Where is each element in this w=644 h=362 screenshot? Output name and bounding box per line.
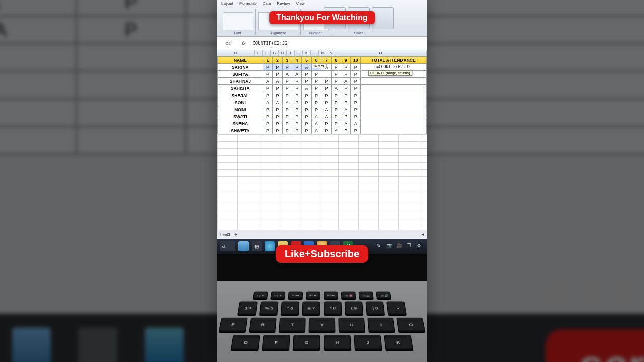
table-row[interactable]: SNEHA PPPPPAPPAA <box>218 120 427 127</box>
banner-like-subscribe: Like+Subscribe <box>276 245 368 263</box>
center-column: Layout Formulas Data Review View Font Al… <box>217 0 427 362</box>
function-tooltip: COUNTIF(range, criteria) <box>368 70 412 76</box>
name-box[interactable]: O2 <box>217 41 239 46</box>
formula-bar[interactable]: O2 fx =COUNTIF(E2:J2 <box>217 36 427 50</box>
table-row[interactable]: SAHISTA PPPPAPPAPP <box>218 85 427 92</box>
sheet-tab-bar[interactable]: heet3 ✚ ◄ <box>217 230 427 239</box>
banner-thankyou: Thankyou For Watching <box>269 11 375 24</box>
fx-icon[interactable]: fx <box>239 41 248 46</box>
tray-pen-icon[interactable]: ✎ <box>376 243 383 250</box>
table-row[interactable]: SHEJAL PPPPPPPPPP <box>218 92 427 99</box>
taskbar-search[interactable]: ch <box>220 241 235 251</box>
tray-windows-icon[interactable]: ❐ <box>407 243 414 250</box>
taskbar-taskview-icon[interactable]: ⊞ <box>252 241 262 251</box>
selection-size-hint: 1R x 5C <box>312 64 327 68</box>
tray-camera-icon[interactable]: 📷 <box>386 243 393 250</box>
tab-layout[interactable]: Layout <box>221 1 233 6</box>
sheet-tab-sheet3[interactable]: heet3 <box>220 232 230 237</box>
taskbar-edge-icon[interactable] <box>265 241 275 251</box>
tray-video-icon[interactable]: 🎥 <box>396 243 404 250</box>
bg-tray-icons <box>545 283 644 303</box>
group-number: Number <box>309 31 322 35</box>
new-sheet-icon[interactable]: ✚ <box>234 232 238 237</box>
header-row: NAME 1 2 3 4 5 6 7 8 9 10 TOTAL ATTENDAN… <box>218 57 427 64</box>
table-row[interactable]: SONI AAAPPPPPPP <box>218 99 427 106</box>
laptop-keyboard: F3 ☀F4 ☀F5 ⏮F6 ⏯F7 ⏭F8 🔇F9 🔉F10 🔊 $ 4% 5… <box>217 281 427 362</box>
tab-review[interactable]: Review <box>277 1 290 6</box>
cell-styles-button[interactable] <box>372 7 394 29</box>
tray-settings-icon[interactable]: ⚙ <box>417 243 424 250</box>
column-headers[interactable]: D E F G H I J K L M N O <box>217 50 427 56</box>
group-alignment: Alignment <box>270 31 286 35</box>
tab-view[interactable]: View <box>296 1 305 6</box>
table-row[interactable]: SWATI PPPPPAAPPP <box>218 113 427 120</box>
formula-cell[interactable]: =COUNTIF(E2:J2 <box>360 64 426 71</box>
group-styles: Styles <box>354 31 363 35</box>
tab-formulas[interactable]: Formulas <box>239 1 256 6</box>
worksheet-grid[interactable]: NAME 1 2 3 4 5 6 7 8 9 10 TOTAL ATTENDAN… <box>217 56 427 230</box>
group-font: Font <box>234 31 241 35</box>
taskbar-weather-icon[interactable] <box>238 241 249 251</box>
hscroll-left[interactable]: ◄ <box>421 232 425 237</box>
empty-grid-area[interactable] <box>217 134 427 230</box>
table-row[interactable]: SHAHNAJ AAPPPPPPAP <box>218 78 427 85</box>
bg-cta-partial: scribe <box>546 329 644 362</box>
taskbar-tray[interactable]: ✎ 📷 🎥 ❐ ⚙ <box>376 243 424 250</box>
formula-input[interactable]: =COUNTIF(E2:J2 <box>248 41 427 46</box>
table-row[interactable]: SHWETA PPPPPAPAPP <box>218 127 427 134</box>
ribbon-tabs[interactable]: Layout Formulas Data Review View <box>221 1 305 6</box>
tab-data[interactable]: Data <box>262 1 271 6</box>
table-row[interactable]: MONI PPPPPPAPAP <box>218 106 427 113</box>
